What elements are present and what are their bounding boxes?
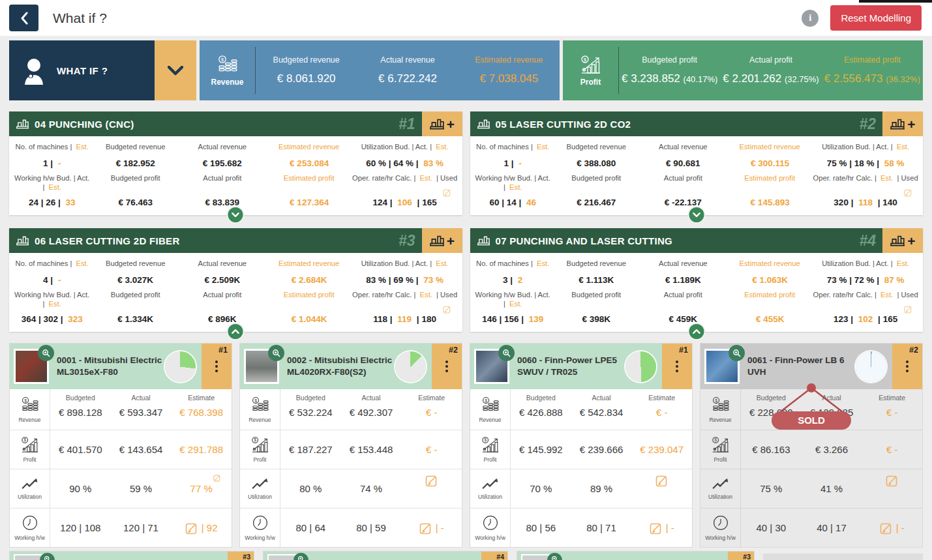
- zoom-photo-icon[interactable]: [293, 553, 308, 560]
- zoom-photo-icon[interactable]: [40, 553, 55, 560]
- expand-button[interactable]: [687, 206, 705, 224]
- machine-group-panel: 07 PUNCHING AND LASER CUTTING #4 + No. o…: [470, 228, 924, 332]
- expand-button[interactable]: [227, 206, 245, 224]
- metric-label: No. of machines |: [476, 143, 533, 151]
- card-rank-strip: #1: [202, 344, 232, 389]
- menu-dots-icon[interactable]: [445, 361, 448, 372]
- reset-modelling-button[interactable]: Reset Modelling: [830, 5, 922, 31]
- edit-icon[interactable]: [213, 474, 221, 482]
- estimate-value: | -: [401, 508, 462, 547]
- actual-value: 89 %: [571, 469, 632, 508]
- row-label: Revenue: [248, 417, 271, 423]
- group-metric: Oper. rate/hr Calc. | Est. | Used 123 | …: [812, 290, 919, 324]
- estimate-value: | 92: [171, 508, 232, 547]
- edit-icon[interactable]: [655, 474, 669, 487]
- revenue-icon-block: $ Revenue: [200, 47, 256, 94]
- card-row: $ Profit € 86.163 € 3.266 € -: [700, 430, 922, 469]
- machine-card: 0060 - Finn-Power LPE5 SWUV / TR025 #1 $…: [470, 343, 693, 548]
- metric-value-est: 323: [68, 314, 83, 324]
- metric-label: Actual revenue: [659, 143, 708, 151]
- card-body: $ Revenue Budgeted€ 898.128 Actual€ 593.…: [10, 389, 232, 547]
- menu-dots-icon[interactable]: [906, 361, 909, 372]
- metric-value-after: | 180: [417, 314, 436, 324]
- menu-dots-icon[interactable]: [676, 361, 678, 372]
- chevron-down-icon: [232, 212, 240, 218]
- zoom-photo-icon[interactable]: [729, 345, 745, 361]
- whatif-expand-button[interactable]: [155, 40, 196, 100]
- svg-text:$: $: [254, 437, 256, 442]
- edit-icon[interactable]: [886, 474, 899, 487]
- group-metric: No. of machines | Est. 3 | 2: [474, 259, 552, 285]
- edit-icon[interactable]: [419, 522, 432, 535]
- group-metric: Actual revenue € 195.682: [180, 142, 265, 168]
- metric-label-after: | Used: [897, 174, 918, 182]
- group-header: 05 LASER CUTTING 2D CO2 #2 +: [470, 111, 924, 136]
- edit-icon[interactable]: [425, 474, 438, 487]
- actual-value: 120 | 71: [111, 508, 172, 547]
- actual-value: 74 %: [341, 469, 402, 508]
- metric-label-est: Estimated profit: [284, 174, 335, 182]
- group-metric: Actual revenue € 90.681: [640, 142, 725, 168]
- zoom-photo-icon[interactable]: [268, 345, 284, 361]
- metric-label-est: Est.: [76, 259, 89, 267]
- group-metric: Estimated profit € 455K: [725, 290, 812, 324]
- add-machine-button[interactable]: +: [882, 228, 923, 253]
- edit-icon[interactable]: [904, 188, 912, 197]
- metric-value: € 388.080: [577, 158, 616, 168]
- plus-icon: +: [907, 117, 915, 131]
- edit-icon[interactable]: [443, 305, 451, 314]
- metric-label: Budgeted revenue: [106, 143, 165, 151]
- edit-icon[interactable]: [185, 522, 198, 535]
- metric-label: No. of machines |: [16, 259, 72, 267]
- machine-icon: [16, 235, 29, 246]
- metric-label: Actual profit: [664, 291, 702, 299]
- estimate-value: [631, 469, 692, 508]
- whatif-label: WHAT IF ?: [57, 65, 108, 76]
- revenue-icon: $: [481, 396, 500, 413]
- rank-badge: #4: [481, 552, 507, 560]
- metric-value-est: 46: [526, 198, 536, 207]
- budgeted-value: Budgeted€ 898.128: [50, 389, 111, 430]
- actual-value: € 3.266: [802, 430, 862, 469]
- group-metric: Estimated revenue € 2.684K: [265, 259, 352, 285]
- zoom-photo-icon[interactable]: [38, 345, 54, 361]
- actual-value: Actual€ 492.307: [341, 389, 402, 430]
- metric-label: Actual profit: [203, 291, 241, 299]
- estimate-value: € 291.788: [171, 430, 232, 469]
- svg-text:$: $: [485, 398, 487, 402]
- back-button[interactable]: [9, 5, 38, 31]
- zoom-photo-icon[interactable]: [498, 345, 515, 361]
- svg-text:$: $: [220, 57, 224, 63]
- add-machine-button[interactable]: +: [882, 111, 923, 136]
- metric-value: € 1.334K: [117, 314, 153, 324]
- metric-label: Actual profit: [664, 174, 702, 182]
- next-card-sliver-gray: [763, 553, 923, 560]
- revenue-summary-panel: $ Revenue Budgeted revenue € 8.061.920 A…: [200, 40, 560, 100]
- group-metric: Actual revenue € 1.189K: [640, 259, 725, 285]
- edit-icon[interactable]: [880, 522, 893, 535]
- working-hours-icon-cell: Working h/w: [240, 508, 280, 547]
- add-machine-button[interactable]: +: [422, 228, 462, 253]
- edit-icon[interactable]: [443, 188, 451, 197]
- edit-icon[interactable]: [904, 305, 912, 314]
- metric-value: 3 |: [503, 275, 513, 285]
- revenue-icon-label: Revenue: [211, 78, 243, 87]
- metric-value: € 1.113K: [579, 275, 614, 285]
- metric-value-est: 119: [397, 314, 412, 324]
- rank-badge: #2: [449, 346, 458, 355]
- machine-icon: [477, 119, 490, 129]
- group-metric: No. of machines | Est. 1 | -: [13, 142, 91, 168]
- group-metric: Actual revenue € 2.509K: [180, 259, 265, 285]
- info-icon[interactable]: i: [802, 10, 819, 27]
- expand-button[interactable]: [227, 323, 245, 340]
- next-card-sliver: #3: [517, 551, 755, 560]
- menu-dots-icon[interactable]: [215, 361, 218, 372]
- edit-icon[interactable]: [650, 522, 663, 535]
- machine-group-panel: 06 LASER CUTTING 2D FIBER #3 + No. of ma…: [9, 228, 462, 332]
- metric-label: Actual revenue: [198, 143, 247, 151]
- expand-button[interactable]: [687, 323, 705, 340]
- machine-icon: [890, 235, 905, 246]
- svg-text:$: $: [23, 437, 26, 442]
- add-machine-button[interactable]: +: [422, 111, 462, 136]
- zoom-photo-icon[interactable]: [547, 553, 562, 560]
